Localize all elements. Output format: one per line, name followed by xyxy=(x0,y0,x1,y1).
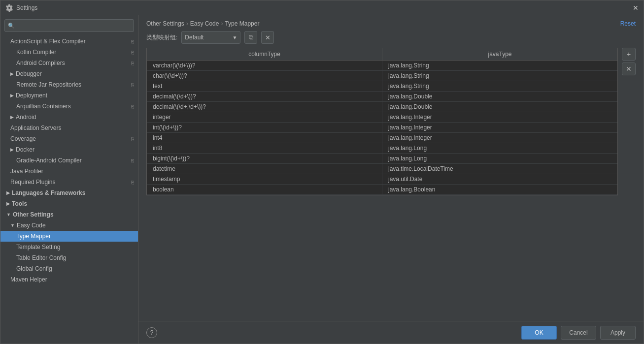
sidebar-item-label: Arquillian Containers xyxy=(16,103,71,110)
table-row[interactable]: boolean java.lang.Boolean xyxy=(147,185,617,195)
copy-icon: ⎘ xyxy=(131,136,134,142)
triangle-icon xyxy=(10,147,14,152)
triangle-icon xyxy=(10,93,14,98)
close-button[interactable]: ✕ xyxy=(633,4,639,12)
cell-columntype: int8 xyxy=(147,143,382,153)
table-row[interactable]: datetime java.time.LocalDateTime xyxy=(147,164,617,174)
sidebar-item-label: Android Compilers xyxy=(16,60,65,66)
sidebar-item-global-config[interactable]: Global Config xyxy=(0,263,138,274)
chevron-down-icon: ▼ xyxy=(232,35,237,40)
table-row[interactable]: char(\(\d+\))? java.lang.String xyxy=(147,71,617,81)
table-row[interactable]: integer java.lang.Integer xyxy=(147,112,617,123)
sidebar-item-label: Docker xyxy=(16,146,34,153)
copy-icon: ⧉ xyxy=(249,33,253,41)
delete-group-button[interactable]: ✕ xyxy=(261,31,274,44)
table-row[interactable]: varchar(\(\d+\))? java.lang.String xyxy=(147,61,617,71)
minus-icon: ✕ xyxy=(626,65,632,73)
sidebar-item-debugger[interactable]: Debugger xyxy=(0,68,138,79)
sidebar-item-kotlin[interactable]: Kotlin Compiler ⎘ xyxy=(0,47,138,58)
copy-group-button[interactable]: ⧉ xyxy=(244,31,257,44)
cell-columntype: decimal(\(\d+\))? xyxy=(147,92,382,101)
copy-icon: ⎘ xyxy=(131,104,134,109)
table-row[interactable]: bigint(\(\d+\))? java.lang.Long xyxy=(147,154,617,164)
sidebar-item-label: Languages & Frameworks xyxy=(12,189,85,196)
help-button[interactable]: ? xyxy=(146,327,157,338)
triangle-icon xyxy=(6,212,11,217)
cell-columntype: boolean xyxy=(147,185,382,194)
table-body: varchar(\(\d+\))? java.lang.String char(… xyxy=(147,61,617,195)
title-bar: Settings ✕ xyxy=(0,0,644,15)
sidebar-item-maven-helper[interactable]: Maven Helper xyxy=(0,274,138,285)
ok-button[interactable]: OK xyxy=(521,326,557,340)
add-row-button[interactable]: + xyxy=(622,48,636,61)
sidebar-item-label: Java Profiler xyxy=(10,168,43,175)
copy-icon: ⎘ xyxy=(131,158,134,163)
bottom-bar: ? OK Cancel Apply xyxy=(138,321,644,344)
breadcrumb-sep: › xyxy=(221,20,223,27)
sidebar-item-tools[interactable]: Tools xyxy=(0,198,138,209)
sidebar-item-label: Coverage xyxy=(10,135,36,142)
sidebar-item-label: Global Config xyxy=(16,265,52,272)
sidebar-item-java-profiler[interactable]: Java Profiler xyxy=(0,166,138,177)
cell-columntype: decimal(\(\d+,\d+\))? xyxy=(147,102,382,112)
breadcrumb-sep: › xyxy=(186,20,188,27)
cell-javatype: java.lang.Double xyxy=(382,102,617,112)
remove-row-button[interactable]: ✕ xyxy=(622,63,636,75)
cell-javatype: java.lang.String xyxy=(382,81,617,91)
cell-columntype: varchar(\(\d+\))? xyxy=(147,61,382,70)
reset-button[interactable]: Reset xyxy=(620,20,636,27)
table-row[interactable]: int(\(\d+\))? java.lang.Integer xyxy=(147,123,617,133)
table-row[interactable]: int8 java.lang.Long xyxy=(147,143,617,154)
copy-icon: ⎘ xyxy=(131,61,134,66)
sidebar-item-label: Template Setting xyxy=(16,244,60,250)
sidebar-item-docker[interactable]: Docker xyxy=(0,144,138,155)
sidebar-item-languages[interactable]: Languages & Frameworks xyxy=(0,188,138,198)
right-panel: Other Settings › Easy Code › Type Mapper… xyxy=(138,15,644,344)
sidebar-item-easy-code[interactable]: Easy Code xyxy=(0,220,138,231)
dropdown-value: Default xyxy=(185,34,203,41)
copy-icon: ⎘ xyxy=(131,50,134,55)
sidebar-item-android[interactable]: Android xyxy=(0,112,138,123)
triangle-icon xyxy=(10,71,14,76)
sidebar-item-label: Required Plugins xyxy=(10,179,55,186)
sidebar-item-gradle-android[interactable]: Gradle-Android Compiler ⎘ xyxy=(0,155,138,166)
sidebar-item-template-setting[interactable]: Template Setting xyxy=(0,242,138,252)
breadcrumb-bar: Other Settings › Easy Code › Type Mapper… xyxy=(138,15,644,31)
breadcrumb-item-easycode: Easy Code xyxy=(190,20,219,27)
group-dropdown[interactable]: Default ▼ xyxy=(181,31,240,44)
table-row[interactable]: text java.lang.String xyxy=(147,81,617,92)
table-row[interactable]: timestamp java.util.Date xyxy=(147,174,617,185)
breadcrumb: Other Settings › Easy Code › Type Mapper xyxy=(146,20,259,27)
sidebar-item-app-servers[interactable]: Application Servers xyxy=(0,123,138,133)
sidebar-item-label: Tools xyxy=(12,200,27,207)
sidebar-item-label: Kotlin Compiler xyxy=(16,49,56,56)
sidebar-item-required-plugins[interactable]: Required Plugins ⎘ xyxy=(0,177,138,188)
sidebar-item-coverage[interactable]: Coverage ⎘ xyxy=(0,133,138,144)
table-row[interactable]: int4 java.lang.Integer xyxy=(147,133,617,143)
sidebar-item-table-editor[interactable]: Table Editor Config xyxy=(0,252,138,263)
type-mapper-table: columnType javaType varchar(\(\d+\))? ja… xyxy=(146,48,618,195)
cancel-button[interactable]: Cancel xyxy=(561,326,596,340)
cell-javatype: java.util.Date xyxy=(382,174,617,184)
sidebar-item-other-settings[interactable]: Other Settings xyxy=(0,209,138,220)
sidebar-item-type-mapper[interactable]: Type Mapper xyxy=(0,231,138,242)
column-header-columntype: columnType xyxy=(147,48,382,60)
table-row[interactable]: decimal(\(\d+\))? java.lang.Double xyxy=(147,92,617,102)
cell-javatype: java.lang.Integer xyxy=(382,133,617,143)
search-input[interactable] xyxy=(17,23,131,29)
cell-javatype: java.time.LocalDateTime xyxy=(382,164,617,174)
sidebar-item-arquillian[interactable]: Arquillian Containers ⎘ xyxy=(0,101,138,112)
copy-icon: ⎘ xyxy=(131,82,134,88)
sidebar-item-actionscript[interactable]: ActionScript & Flex Compiler ⎘ xyxy=(0,36,138,47)
column-header-javatype: javaType xyxy=(382,48,617,60)
table-row[interactable]: decimal(\(\d+,\d+\))? java.lang.Double xyxy=(147,102,617,112)
cell-columntype: text xyxy=(147,81,382,91)
table-area: columnType javaType varchar(\(\d+\))? ja… xyxy=(146,48,636,321)
table-side-buttons: + ✕ xyxy=(618,48,636,75)
sidebar-item-android-compilers[interactable]: Android Compilers ⎘ xyxy=(0,58,138,68)
sidebar-item-deployment[interactable]: Deployment xyxy=(0,90,138,101)
search-box[interactable]: 🔍 xyxy=(4,19,134,32)
sidebar-item-remote-jar[interactable]: Remote Jar Repositories ⎘ xyxy=(0,79,138,90)
apply-button[interactable]: Apply xyxy=(600,326,636,340)
triangle-icon xyxy=(6,190,10,195)
